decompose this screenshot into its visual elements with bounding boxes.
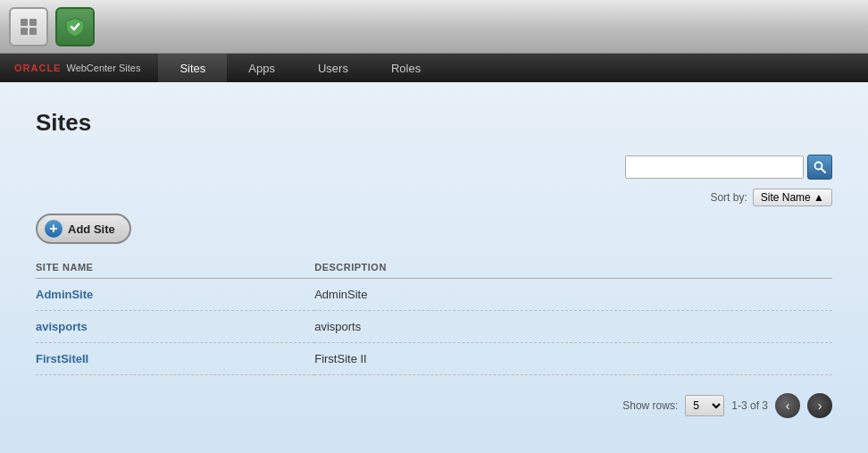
search-input[interactable] <box>625 155 804 179</box>
product-label: WebCenter Sites <box>66 63 140 73</box>
oracle-label: ORACLE <box>14 63 61 73</box>
add-site-button[interactable]: + Add Site <box>36 214 131 244</box>
add-site-label: Add Site <box>68 222 115 236</box>
nav-item-roles[interactable]: Roles <box>370 54 442 82</box>
show-rows-label: Show rows: <box>622 399 678 412</box>
sort-label: Sort by: <box>710 191 747 204</box>
sites-table: SITE NAME DESCRIPTION AdminSite AdminSit… <box>36 258 832 375</box>
table-row[interactable]: avisports avisports <box>36 311 832 343</box>
page-title: Sites <box>36 109 832 137</box>
site-desc-cell: FirstSite II <box>314 343 832 375</box>
svg-line-5 <box>822 169 826 173</box>
sort-bar: Sort by: Site Name ▲ <box>36 189 832 206</box>
site-desc-cell: avisports <box>314 311 832 343</box>
search-button[interactable] <box>807 155 832 180</box>
table-row[interactable]: FirstSiteII FirstSite II <box>36 343 832 375</box>
pagination-bar: Show rows: 5 10 25 50 1-3 of 3 ‹ › <box>36 393 832 418</box>
brand: ORACLE WebCenter Sites <box>14 63 140 73</box>
main-content: Sites Sort by: Site Name ▲ + Add Site SI… <box>0 82 868 453</box>
col-header-site-name: SITE NAME <box>36 258 314 279</box>
site-desc-cell: AdminSite <box>314 279 832 311</box>
svg-rect-1 <box>29 19 37 26</box>
site-name-cell[interactable]: FirstSiteII <box>36 343 314 375</box>
table-row[interactable]: AdminSite AdminSite <box>36 279 832 311</box>
svg-rect-3 <box>29 28 37 35</box>
svg-rect-2 <box>21 28 28 35</box>
next-page-button[interactable]: › <box>807 393 832 418</box>
nav-item-users[interactable]: Users <box>296 54 370 82</box>
search-area <box>36 155 832 180</box>
nav-item-apps[interactable]: Apps <box>227 54 296 82</box>
navbar: ORACLE WebCenter Sites Sites Apps Users … <box>0 54 868 82</box>
nav-item-sites[interactable]: Sites <box>158 54 227 82</box>
toolbar <box>0 0 868 54</box>
sort-button[interactable]: Site Name ▲ <box>753 189 832 206</box>
page-info: 1-3 of 3 <box>731 399 768 412</box>
prev-page-button[interactable]: ‹ <box>775 393 800 418</box>
col-header-description: DESCRIPTION <box>314 258 832 279</box>
rows-per-page-select[interactable]: 5 10 25 50 <box>685 395 724 416</box>
shield-toolbar-icon[interactable] <box>55 7 95 46</box>
svg-rect-0 <box>21 19 28 26</box>
site-name-cell[interactable]: AdminSite <box>36 279 314 311</box>
add-icon: + <box>45 220 63 238</box>
grid-toolbar-icon[interactable] <box>9 7 48 46</box>
sort-value: Site Name ▲ <box>761 191 824 204</box>
site-name-cell[interactable]: avisports <box>36 311 314 343</box>
